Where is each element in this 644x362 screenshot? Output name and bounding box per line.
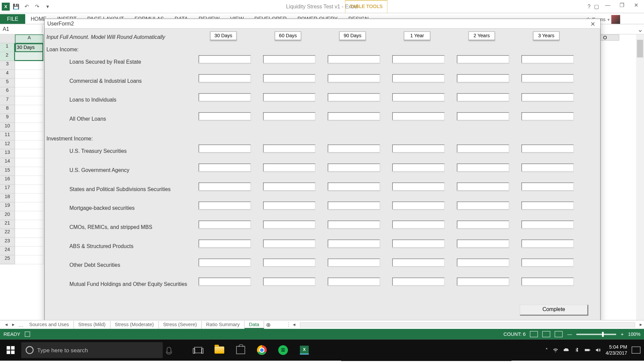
amount-input[interactable] <box>392 221 445 229</box>
amount-input[interactable] <box>199 144 251 153</box>
amount-input[interactable] <box>263 164 316 172</box>
row-header[interactable]: 21 <box>0 220 15 229</box>
row-header[interactable]: 25 <box>0 255 15 264</box>
row-header[interactable]: 7 <box>0 96 15 105</box>
sheet-tab[interactable]: Stress (Moderate) <box>110 321 159 329</box>
amount-input[interactable] <box>328 183 380 191</box>
amount-input[interactable] <box>392 74 445 82</box>
wifi-icon[interactable] <box>552 347 558 353</box>
tab-scroll-left[interactable]: ◂ <box>3 322 10 327</box>
amount-input[interactable] <box>522 258 574 266</box>
view-page-layout[interactable] <box>542 331 550 337</box>
ribbon-display-options[interactable]: ▢ <box>594 3 599 9</box>
amount-input[interactable] <box>263 183 316 191</box>
amount-input[interactable] <box>263 278 316 286</box>
select-all-triangle[interactable] <box>0 35 15 43</box>
amount-input[interactable] <box>199 240 251 248</box>
amount-input[interactable] <box>328 144 380 153</box>
row-header[interactable]: 6 <box>0 87 15 96</box>
amount-input[interactable] <box>328 240 380 248</box>
redo-button[interactable]: ↷ <box>33 2 42 11</box>
action-center-icon[interactable] <box>632 347 640 354</box>
amount-input[interactable] <box>199 93 251 101</box>
amount-input[interactable] <box>457 164 509 172</box>
onedrive-icon[interactable] <box>563 347 569 353</box>
amount-input[interactable] <box>522 183 574 191</box>
amount-input[interactable] <box>392 258 445 266</box>
zoom-in[interactable]: + <box>621 331 624 337</box>
cell[interactable] <box>15 229 43 238</box>
amount-input[interactable] <box>522 74 574 82</box>
cell[interactable] <box>15 105 43 114</box>
spotify-button[interactable]: ≡ <box>273 340 293 361</box>
cell[interactable] <box>15 79 43 87</box>
tray-overflow[interactable]: ˄ <box>545 347 548 353</box>
row-header[interactable]: 22 <box>0 229 15 238</box>
row-header[interactable]: 18 <box>0 194 15 202</box>
amount-input[interactable] <box>199 183 251 191</box>
row-header[interactable]: 20 <box>0 211 15 220</box>
amount-input[interactable] <box>522 144 574 153</box>
amount-input[interactable] <box>199 221 251 229</box>
sheet-tab[interactable]: Stress (Severe) <box>159 321 202 329</box>
amount-input[interactable] <box>522 240 574 248</box>
cell[interactable] <box>15 140 43 149</box>
amount-input[interactable] <box>199 258 251 266</box>
amount-input[interactable] <box>263 240 316 248</box>
task-view-button[interactable] <box>189 340 208 361</box>
cell[interactable] <box>15 149 43 158</box>
cell[interactable] <box>15 238 43 246</box>
amount-input[interactable] <box>328 258 380 266</box>
cell[interactable] <box>15 176 43 185</box>
new-sheet-button[interactable]: ⊕ <box>264 321 273 328</box>
cell[interactable] <box>15 132 43 140</box>
minimize-button[interactable]: — <box>602 2 613 11</box>
complete-button[interactable]: Complete <box>520 305 588 315</box>
amount-input[interactable] <box>328 164 380 172</box>
tab-scroll-right[interactable]: ▸ <box>10 322 17 327</box>
amount-input[interactable] <box>457 258 509 266</box>
start-button[interactable] <box>0 340 21 361</box>
amount-input[interactable] <box>263 258 316 266</box>
amount-input[interactable] <box>199 201 251 209</box>
sheet-tab[interactable]: Data <box>245 321 264 329</box>
cell[interactable] <box>15 158 43 167</box>
row-header[interactable]: 4 <box>0 70 15 78</box>
help-icon[interactable]: ? <box>588 3 591 9</box>
cell[interactable] <box>15 114 43 123</box>
chrome-button[interactable] <box>252 340 272 361</box>
amount-input[interactable] <box>392 93 445 101</box>
row-header[interactable]: 24 <box>0 247 15 255</box>
row-header[interactable]: 23 <box>0 238 15 246</box>
row-header[interactable]: 16 <box>0 176 15 185</box>
amount-input[interactable] <box>457 55 509 63</box>
amount-input[interactable] <box>328 112 380 120</box>
amount-input[interactable] <box>392 278 445 286</box>
row-header[interactable]: 1 <box>0 43 15 52</box>
amount-input[interactable] <box>328 221 380 229</box>
cell[interactable] <box>15 52 43 61</box>
mic-icon[interactable] <box>167 347 171 353</box>
amount-input[interactable] <box>263 201 316 209</box>
zoom-slider[interactable] <box>577 334 616 335</box>
battery-icon[interactable] <box>584 347 590 353</box>
cell[interactable] <box>15 185 43 193</box>
file-tab[interactable]: FILE <box>0 14 25 24</box>
save-icon[interactable]: 💾 <box>11 2 20 11</box>
amount-input[interactable] <box>328 55 380 63</box>
amount-input[interactable] <box>392 55 445 63</box>
restore-button[interactable]: ❐ <box>616 2 627 11</box>
amount-input[interactable] <box>328 74 380 82</box>
amount-input[interactable] <box>392 112 445 120</box>
amount-input[interactable] <box>457 183 509 191</box>
row-header[interactable]: 14 <box>0 158 15 167</box>
amount-input[interactable] <box>522 221 574 229</box>
macro-record-icon[interactable] <box>25 331 30 337</box>
amount-input[interactable] <box>199 112 251 120</box>
view-normal[interactable] <box>530 331 538 337</box>
row-header[interactable]: 10 <box>0 123 15 132</box>
amount-input[interactable] <box>392 240 445 248</box>
amount-input[interactable] <box>392 183 445 191</box>
sheet-tab[interactable]: Sources and Uses <box>25 321 74 329</box>
store-button[interactable] <box>231 340 250 361</box>
